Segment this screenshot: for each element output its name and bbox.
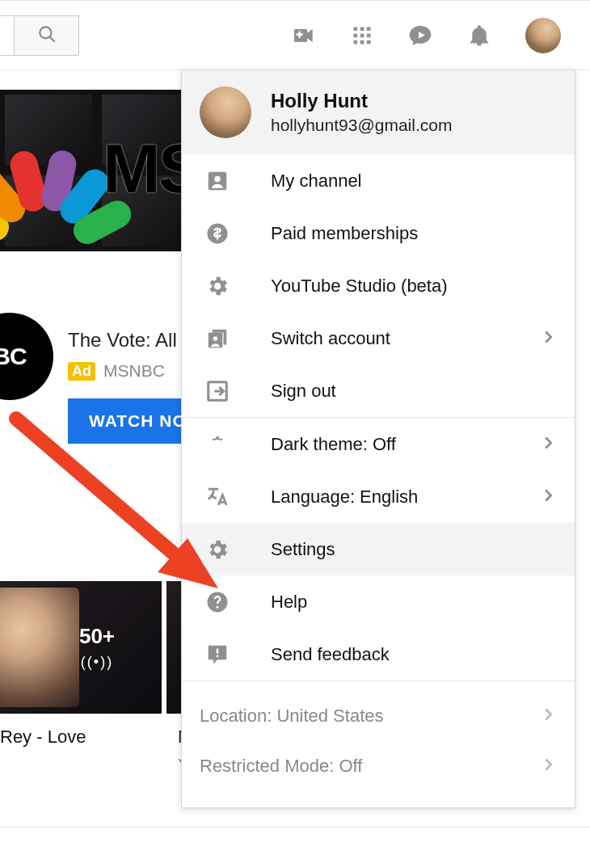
svg-rect-7 (367, 33, 371, 37)
svg-point-19 (217, 605, 219, 608)
topbar-actions (291, 18, 590, 53)
svg-point-15 (213, 336, 218, 341)
sign-out-icon (200, 379, 235, 403)
search-input[interactable] (0, 15, 15, 56)
chevron-right-icon (539, 487, 557, 508)
svg-rect-10 (367, 40, 371, 44)
moon-icon (200, 432, 235, 457)
menu-item-label: Help (271, 592, 557, 613)
chevron-right-icon (539, 434, 557, 455)
switch-account-icon (200, 327, 235, 351)
menu-item-switch-account[interactable]: Switch account (182, 312, 575, 364)
svg-rect-5 (354, 33, 358, 37)
bell-icon[interactable] (467, 23, 491, 48)
ad-advertiser[interactable]: MSNBC (103, 361, 165, 381)
grid-apps-icon[interactable] (351, 24, 373, 47)
video-title: Rey - Love (0, 727, 162, 748)
search-icon (36, 23, 57, 48)
svg-rect-3 (360, 27, 365, 31)
menu-item-label: My channel (271, 171, 557, 192)
menu-item-label: Dark theme: Off (271, 434, 539, 455)
topbar (0, 0, 590, 70)
dollar-circle-icon (200, 221, 235, 246)
account-menu: Holly Hunt hollyhunt93@gmail.com My chan… (181, 70, 575, 808)
feedback-icon (200, 643, 235, 667)
menu-item-help[interactable]: Help (182, 575, 575, 628)
svg-point-12 (214, 175, 221, 182)
help-icon (200, 590, 235, 614)
menu-item-label: Restricted Mode: Off (200, 756, 539, 777)
channel-avatar[interactable]: BC (0, 313, 53, 400)
svg-rect-4 (367, 27, 371, 31)
divider (0, 827, 590, 828)
video-plus-icon[interactable] (291, 23, 317, 48)
chevron-right-icon (539, 706, 557, 727)
menu-item-label: Send feedback (271, 644, 557, 665)
menu-item-language[interactable]: Language: English (182, 470, 575, 523)
svg-point-17 (213, 439, 223, 449)
menu-item-settings[interactable]: Settings (182, 523, 575, 575)
menu-item-label: Location: United States (200, 706, 539, 727)
person-box-icon (200, 169, 235, 193)
menu-item-send-feedback[interactable]: Send feedback (182, 628, 575, 680)
video-thumbnail[interactable]: 50+ ((•)) (0, 581, 162, 714)
peacock-logo-icon (0, 138, 81, 235)
menu-item-location[interactable]: Location: United States (182, 691, 575, 741)
account-email: hollyhunt93@gmail.com (271, 116, 452, 135)
menu-item-label: Sign out (271, 381, 557, 402)
account-name: Holly Hunt (271, 90, 452, 112)
menu-item-my-channel[interactable]: My channel (182, 154, 575, 207)
menu-item-label: Switch account (271, 328, 539, 349)
search-area (0, 15, 79, 56)
user-avatar[interactable] (525, 18, 561, 53)
svg-rect-21 (217, 655, 219, 657)
svg-rect-9 (360, 40, 365, 44)
menu-item-paid-memberships[interactable]: Paid memberships (182, 207, 575, 259)
svg-point-0 (40, 27, 51, 38)
svg-rect-8 (354, 40, 358, 44)
thumbnail-image (0, 588, 79, 707)
menu-header[interactable]: Holly Hunt hollyhunt93@gmail.com (182, 70, 575, 154)
broadcast-icon: ((•)) (81, 654, 113, 671)
settings-gear-icon (200, 537, 235, 562)
ad-banner[interactable]: MS (0, 90, 194, 251)
menu-avatar (200, 86, 251, 138)
svg-rect-2 (354, 27, 358, 31)
translate-icon (200, 485, 235, 509)
menu-item-label: Language: English (271, 487, 539, 508)
chevron-right-icon (539, 756, 557, 777)
video-card[interactable]: Rey - Love (0, 727, 162, 774)
menu-item-label: YouTube Studio (beta) (271, 276, 557, 297)
svg-rect-20 (217, 648, 219, 653)
playlist-count: 50+ (79, 624, 115, 649)
ad-badge: Ad (68, 362, 95, 381)
menu-item-restricted-mode[interactable]: Restricted Mode: Off (182, 741, 575, 791)
menu-item-label: Settings (271, 539, 557, 560)
chevron-right-icon (539, 328, 557, 349)
menu-item-dark-theme[interactable]: Dark theme: Off (182, 418, 575, 470)
gear-icon (200, 274, 235, 298)
menu-item-sign-out[interactable]: Sign out (182, 364, 575, 417)
svg-rect-6 (360, 33, 365, 37)
menu-item-youtube-studio[interactable]: YouTube Studio (beta) (182, 259, 575, 312)
search-button[interactable] (15, 15, 79, 56)
menu-item-label: Paid memberships (271, 223, 557, 244)
svg-line-1 (49, 36, 54, 41)
chat-bubble-icon[interactable] (407, 23, 433, 48)
